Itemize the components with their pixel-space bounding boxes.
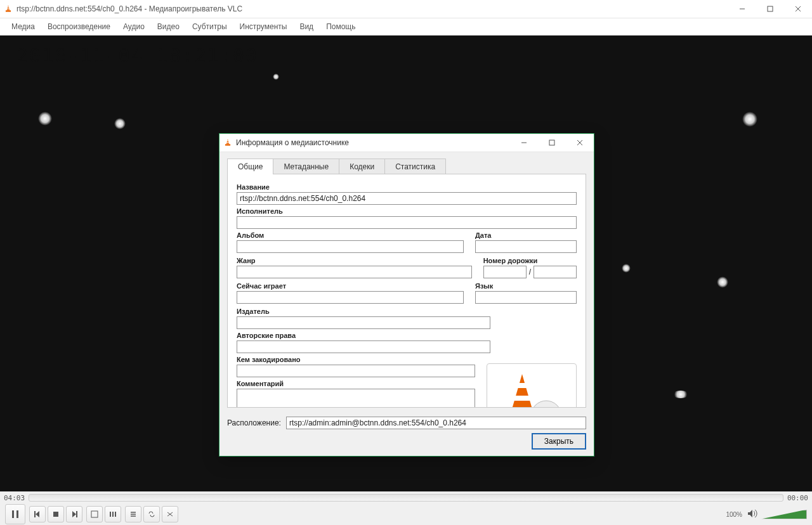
- tab-body: Название Исполнитель Альбом Дата Жа: [227, 174, 586, 408]
- menubar: Медиа Воспроизведение Аудио Видео Субтит…: [0, 18, 812, 36]
- svg-rect-10: [225, 144, 230, 145]
- input-genre[interactable]: [237, 266, 472, 278]
- tab-codecs[interactable]: Кодеки: [339, 159, 385, 174]
- stop-button[interactable]: [48, 506, 64, 522]
- menu-media[interactable]: Медиа: [5, 20, 41, 34]
- dialog-tabs: Общие Метаданные Кодеки Статистика: [219, 152, 594, 174]
- menu-video[interactable]: Видео: [151, 20, 186, 34]
- svg-rect-3: [768, 6, 773, 11]
- track-separator: /: [529, 268, 531, 276]
- input-artist[interactable]: [237, 216, 577, 229]
- cover-art-placeholder: [487, 363, 577, 408]
- svg-point-14: [528, 407, 564, 408]
- dialog-maximize-button[interactable]: [538, 134, 566, 152]
- light-dot: [717, 276, 728, 288]
- dialog-title: Информация о медиаисточнике: [236, 138, 510, 147]
- elapsed-time[interactable]: 04:03: [4, 494, 25, 502]
- window-maximize-button[interactable]: [756, 0, 784, 18]
- label-album: Альбом: [237, 231, 464, 239]
- svg-rect-0: [6, 10, 11, 11]
- svg-rect-6: [34, 511, 36, 517]
- svg-rect-12: [226, 142, 230, 143]
- window-close-button[interactable]: [784, 0, 812, 18]
- window-title: rtsp://bctnn.ddns.net:554/ch0_0.h264 - М…: [16, 4, 728, 13]
- input-location[interactable]: [286, 417, 586, 429]
- volume-percent: 100%: [726, 511, 742, 518]
- svg-rect-4: [12, 510, 14, 518]
- label-genre: Жанр: [237, 257, 472, 264]
- extended-settings-button[interactable]: [105, 506, 121, 522]
- input-track-b[interactable]: [534, 266, 577, 278]
- vlc-cone-icon: [223, 138, 232, 147]
- input-nowplaying[interactable]: [237, 291, 464, 304]
- light-dot: [672, 391, 689, 398]
- label-nowplaying: Сейчас играет: [237, 282, 464, 290]
- svg-rect-13: [549, 140, 554, 145]
- label-track: Номер дорожки: [483, 257, 577, 264]
- svg-rect-8: [76, 511, 77, 517]
- media-info-dialog: Информация о медиаисточнике Общие Метада…: [219, 133, 594, 457]
- dialog-close-button[interactable]: [566, 134, 594, 152]
- tab-general[interactable]: Общие: [227, 159, 273, 174]
- mute-button[interactable]: [747, 509, 757, 520]
- dialog-minimize-button[interactable]: [510, 134, 538, 152]
- svg-point-15: [531, 401, 561, 408]
- shuffle-button[interactable]: [162, 506, 178, 522]
- label-artist: Исполнитель: [237, 207, 577, 215]
- input-comment[interactable]: [237, 389, 475, 408]
- fullscreen-button[interactable]: [86, 506, 103, 522]
- window-minimize-button[interactable]: [728, 0, 756, 18]
- svg-rect-11: [226, 141, 229, 141]
- svg-rect-18: [516, 383, 528, 388]
- tab-stats[interactable]: Статистика: [384, 159, 446, 174]
- light-dot: [38, 112, 52, 126]
- titlebar: rtsp://bctnn.ddns.net:554/ch0_0.h264 - М…: [0, 0, 812, 18]
- svg-rect-19: [513, 396, 531, 401]
- light-dot: [114, 118, 126, 129]
- tab-metadata[interactable]: Метаданные: [273, 159, 339, 174]
- light-dot: [622, 264, 631, 273]
- menu-playback[interactable]: Воспроизведение: [41, 20, 117, 34]
- input-date[interactable]: [475, 240, 577, 253]
- light-dot: [273, 74, 279, 80]
- input-track-a[interactable]: [483, 266, 527, 278]
- vlc-cone-icon: [4, 4, 13, 13]
- svg-rect-7: [53, 512, 58, 517]
- prev-button[interactable]: [29, 506, 46, 522]
- svg-rect-9: [91, 511, 98, 517]
- menu-subtitles[interactable]: Субтитры: [186, 20, 233, 34]
- input-album[interactable]: [237, 240, 464, 253]
- label-copyright: Авторские права: [237, 332, 577, 339]
- input-language[interactable]: [475, 291, 577, 304]
- input-name[interactable]: [237, 192, 577, 205]
- light-dot: [742, 112, 757, 127]
- label-encodedby: Кем закодировано: [237, 356, 475, 363]
- input-publisher[interactable]: [237, 316, 490, 329]
- menu-audio[interactable]: Аудио: [117, 20, 151, 34]
- app-window: rtsp://bctnn.ddns.net:554/ch0_0.h264 - М…: [0, 0, 812, 525]
- svg-rect-1: [7, 7, 10, 8]
- remaining-time[interactable]: 00:00: [787, 494, 808, 502]
- dialog-close-action-button[interactable]: Закрыть: [532, 433, 586, 450]
- seek-row: 04:03 00:00: [0, 491, 812, 503]
- play-pause-button[interactable]: [5, 504, 25, 524]
- playlist-button[interactable]: [125, 506, 141, 522]
- seek-slider[interactable]: [29, 494, 783, 502]
- menu-help[interactable]: Помощь: [320, 20, 362, 34]
- label-publisher: Издатель: [237, 308, 577, 315]
- controls-bar: 100%: [0, 503, 812, 525]
- menu-tools[interactable]: Инструменты: [233, 20, 294, 34]
- label-date: Дата: [475, 231, 577, 239]
- menu-view[interactable]: Вид: [293, 20, 320, 34]
- label-name: Название: [237, 183, 577, 191]
- svg-rect-5: [16, 510, 18, 518]
- next-button[interactable]: [66, 506, 82, 522]
- label-comment: Комментарий: [237, 380, 475, 387]
- label-location: Расположение:: [227, 418, 281, 427]
- svg-rect-2: [7, 8, 10, 9]
- label-language: Язык: [475, 282, 577, 290]
- volume-slider[interactable]: [761, 510, 807, 519]
- input-copyright[interactable]: [237, 340, 490, 353]
- input-encodedby[interactable]: [237, 365, 475, 377]
- loop-button[interactable]: [143, 506, 160, 522]
